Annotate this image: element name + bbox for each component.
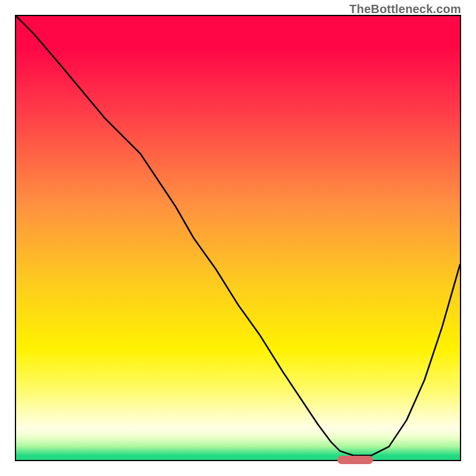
- bottleneck-curve: [16, 16, 460, 456]
- watermark-text: TheBottleneck.com: [349, 2, 461, 16]
- sweet-spot-marker: [337, 456, 373, 464]
- plot-area: [15, 15, 461, 461]
- bottleneck-chart: TheBottleneck.com: [0, 0, 476, 476]
- curve-layer: [16, 16, 460, 460]
